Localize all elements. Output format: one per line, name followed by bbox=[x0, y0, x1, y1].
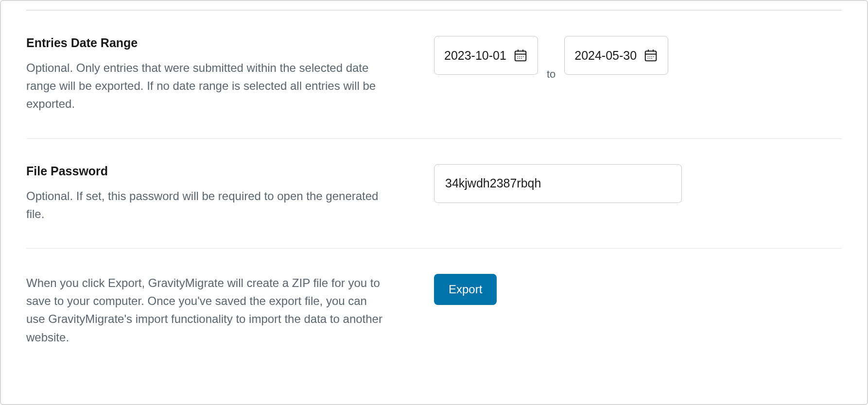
date-range-description: Optional. Only entries that were submitt… bbox=[26, 59, 385, 113]
date-range-title: Entries Date Range bbox=[26, 36, 385, 50]
svg-point-17 bbox=[651, 56, 652, 57]
file-password-input-wrap bbox=[434, 164, 842, 223]
date-range-text: Entries Date Range Optional. Only entrie… bbox=[26, 36, 434, 113]
export-description: When you click Export, GravityMigrate wi… bbox=[26, 274, 385, 346]
file-password-text: File Password Optional. If set, this pas… bbox=[26, 164, 434, 223]
date-from-value: 2023-10-01 bbox=[444, 49, 506, 63]
svg-point-8 bbox=[517, 58, 518, 59]
file-password-title: File Password bbox=[26, 164, 385, 178]
svg-rect-11 bbox=[645, 51, 657, 61]
svg-point-4 bbox=[517, 56, 518, 57]
export-button[interactable]: Export bbox=[434, 274, 497, 305]
svg-point-20 bbox=[649, 58, 650, 59]
svg-point-10 bbox=[521, 58, 522, 59]
date-separator: to bbox=[547, 55, 556, 94]
svg-point-6 bbox=[521, 56, 522, 57]
export-settings-panel: Entries Date Range Optional. Only entrie… bbox=[0, 0, 868, 405]
svg-point-15 bbox=[648, 56, 649, 57]
file-password-input[interactable] bbox=[434, 164, 682, 203]
file-password-section: File Password Optional. If set, this pas… bbox=[26, 138, 842, 248]
calendar-icon bbox=[513, 48, 528, 63]
svg-point-9 bbox=[519, 58, 520, 59]
svg-point-21 bbox=[651, 58, 652, 59]
svg-point-16 bbox=[649, 56, 650, 57]
file-password-description: Optional. If set, this password will be … bbox=[26, 187, 385, 223]
date-from-input[interactable]: 2023-10-01 bbox=[434, 36, 538, 75]
date-to-value: 2024-05-30 bbox=[574, 49, 637, 63]
date-range-inputs: 2023-10-01 to 2024-05-30 bbox=[434, 36, 842, 113]
calendar-icon bbox=[643, 48, 658, 63]
svg-rect-0 bbox=[515, 51, 526, 61]
date-range-section: Entries Date Range Optional. Only entrie… bbox=[26, 10, 842, 138]
svg-point-5 bbox=[519, 56, 520, 57]
date-to-input[interactable]: 2024-05-30 bbox=[564, 36, 668, 75]
export-section: When you click Export, GravityMigrate wi… bbox=[26, 248, 842, 371]
export-text: When you click Export, GravityMigrate wi… bbox=[26, 274, 434, 346]
svg-point-7 bbox=[523, 56, 524, 57]
svg-point-18 bbox=[653, 56, 654, 57]
svg-point-19 bbox=[648, 58, 649, 59]
export-button-wrap: Export bbox=[434, 274, 842, 346]
